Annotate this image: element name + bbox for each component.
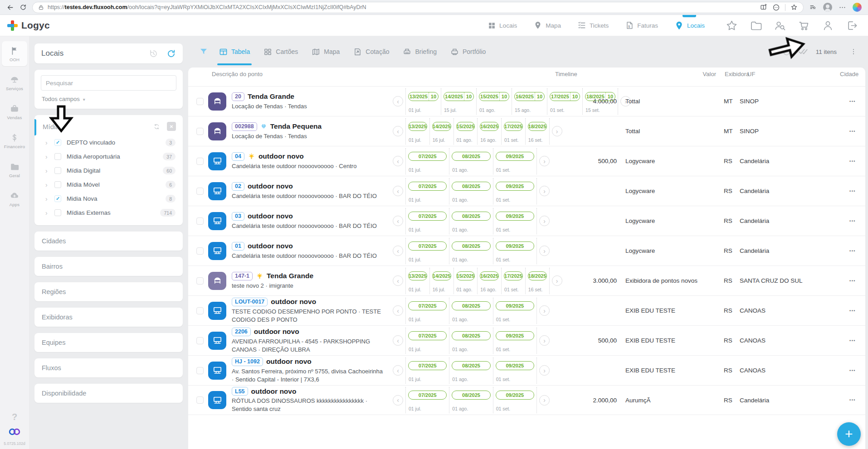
sidebar-section-fluxos[interactable]: Fluxos <box>34 358 183 377</box>
table-row[interactable]: 002988Tenda PequenaLocação de Tendas · T… <box>188 116 865 146</box>
row-checkbox[interactable] <box>196 158 204 165</box>
timeline-next-button[interactable] <box>552 126 562 136</box>
timeline-prev-button[interactable] <box>393 305 403 316</box>
rail-item-geral[interactable]: Geral <box>2 157 27 182</box>
more-options-icon[interactable] <box>850 48 857 55</box>
timeline-next-button[interactable] <box>539 246 550 256</box>
filter-funnel-icon[interactable] <box>199 47 208 56</box>
rail-item-vendas[interactable]: Vendas <box>2 99 27 124</box>
help-icon[interactable] <box>12 412 17 422</box>
row-menu-button[interactable] <box>840 338 865 343</box>
star-button[interactable] <box>726 19 738 32</box>
row-checkbox[interactable] <box>196 277 204 285</box>
nav-item-faturas[interactable]: $Faturas <box>625 21 658 30</box>
row-menu-button[interactable] <box>840 398 865 402</box>
filter-item-depto-vinculado[interactable]: DEPTO vinculado3 <box>34 135 183 150</box>
table-row[interactable]: 147-1Tenda Grandeteste novo 2 · imigrant… <box>188 266 865 295</box>
row-menu-button[interactable] <box>840 219 865 223</box>
timeline-prev-button[interactable] <box>393 335 403 346</box>
chevron-right-icon[interactable] <box>45 154 49 160</box>
copilot-icon[interactable] <box>853 3 862 12</box>
row-menu-button[interactable] <box>840 129 865 134</box>
user-button[interactable] <box>822 19 834 32</box>
extensions-icon[interactable] <box>772 4 780 11</box>
close-icon[interactable] <box>167 122 176 131</box>
nav-item-locais[interactable]: Locais <box>488 21 517 30</box>
table-row[interactable]: 04outdoor novoCandelária teste outdoor n… <box>188 146 865 176</box>
nav-item-locais[interactable]: Locais <box>674 21 705 30</box>
row-checkbox[interactable] <box>196 217 204 225</box>
refresh-results-icon[interactable] <box>782 47 791 57</box>
nav-item-mapa[interactable]: Mapa <box>533 21 561 30</box>
filter-item-midia-nova[interactable]: Midia Nova8 <box>34 192 183 206</box>
tab-briefing[interactable]: Briefing <box>403 48 436 56</box>
timeline-next-button[interactable] <box>539 335 550 346</box>
sidebar-section-cidades[interactable]: Cidades <box>34 232 183 251</box>
filter-item-midia-movel[interactable]: Mídia Móvel6 <box>34 178 183 192</box>
table-row[interactable]: 20Tenda GrandeLocação de Tendas · Tendas… <box>188 86 865 116</box>
row-checkbox[interactable] <box>196 128 204 135</box>
row-menu-button[interactable] <box>840 309 865 313</box>
timeline-prev-button[interactable] <box>393 156 403 166</box>
address-bar[interactable]: https://testes.dev.fluxooh.com/ooh/locai… <box>32 2 804 13</box>
row-checkbox[interactable] <box>196 98 204 105</box>
profile-avatar[interactable] <box>823 3 832 12</box>
table-row[interactable]: 01outdoor novoCandelária teste outdoor n… <box>188 236 865 266</box>
filter-item-midias-externas[interactable]: Mídias Externas714 <box>34 206 183 220</box>
table-row[interactable]: 02outdoor novoCandelária teste outdoor n… <box>188 176 865 206</box>
row-menu-button[interactable] <box>840 159 865 164</box>
browser-menu-icon[interactable] <box>839 4 846 11</box>
checkbox[interactable] <box>54 195 61 202</box>
cart-button[interactable] <box>798 19 810 32</box>
chevron-right-icon[interactable] <box>45 140 49 146</box>
row-checkbox[interactable] <box>196 188 204 195</box>
checkbox[interactable] <box>54 153 61 160</box>
row-menu-button[interactable] <box>840 189 865 193</box>
row-checkbox[interactable] <box>196 396 204 404</box>
timeline-prev-button[interactable] <box>393 275 403 286</box>
timeline-next-button[interactable] <box>539 395 550 406</box>
select-all-icon[interactable] <box>798 47 808 57</box>
rail-item-apps[interactable]: Apps <box>2 186 27 211</box>
rail-item-financeiro[interactable]: Financeiro <box>2 128 27 153</box>
user-search-button[interactable] <box>774 19 786 32</box>
row-checkbox[interactable] <box>196 367 204 374</box>
checkbox[interactable] <box>54 167 61 174</box>
timeline-next-button[interactable] <box>539 365 550 376</box>
reload-icon[interactable] <box>20 4 27 11</box>
nav-item-tickets[interactable]: Tickets <box>577 21 609 30</box>
table-row[interactable]: L55outdoor novoRÓTULA DOS DINOSSAUROS kk… <box>188 385 865 415</box>
checkbox[interactable] <box>54 209 61 216</box>
timeline-prev-button[interactable] <box>393 365 403 376</box>
table-row[interactable]: HJ - 1092outdoor novoAv. Santos Ferreira… <box>188 355 865 385</box>
timeline-next-button[interactable] <box>539 216 550 226</box>
sidebar-section-equipes[interactable]: Equipes <box>34 333 183 352</box>
sidebar-section-disponibilidade[interactable]: Disponibilidade <box>34 384 183 403</box>
timeline-next-button[interactable] <box>539 186 550 196</box>
table-row[interactable]: 2206outdoor novoAVENIDA FARROUPILHA - 45… <box>188 325 865 355</box>
row-checkbox[interactable] <box>196 337 204 344</box>
row-menu-button[interactable] <box>840 99 865 104</box>
tab-tabela[interactable]: Tabela <box>219 48 250 56</box>
timeline-prev-button[interactable] <box>393 246 403 256</box>
checkbox[interactable] <box>54 139 61 146</box>
timeline-prev-button[interactable] <box>393 126 403 136</box>
timeline-prev-button[interactable] <box>393 96 403 106</box>
timeline-prev-button[interactable] <box>393 186 403 196</box>
refresh-icon[interactable] <box>166 49 176 58</box>
split-screen-icon[interactable] <box>760 4 767 11</box>
table-row[interactable]: LOUT-0017outdoor novoTESTE CODIGO DESEMP… <box>188 295 865 325</box>
timeline-next-button[interactable] <box>539 156 550 166</box>
filter-item-midia-aeroportuaria[interactable]: Mídia Aeroportuária37 <box>34 150 183 164</box>
rail-item-ooh[interactable]: OOH <box>2 41 27 66</box>
sync-icon[interactable] <box>153 123 160 130</box>
folder-button[interactable] <box>750 19 762 32</box>
favorites-bar-icon[interactable] <box>809 4 817 11</box>
tab-mapa[interactable]: Mapa <box>312 48 340 56</box>
row-menu-button[interactable] <box>840 279 865 283</box>
sidebar-section-bairros[interactable]: Bairros <box>34 257 183 276</box>
timeline-prev-button[interactable] <box>393 395 403 406</box>
rail-item-servicos[interactable]: Serviços <box>2 70 27 95</box>
timeline-prev-button[interactable] <box>393 216 403 226</box>
tab-cartoes[interactable]: Cartões <box>263 48 298 56</box>
